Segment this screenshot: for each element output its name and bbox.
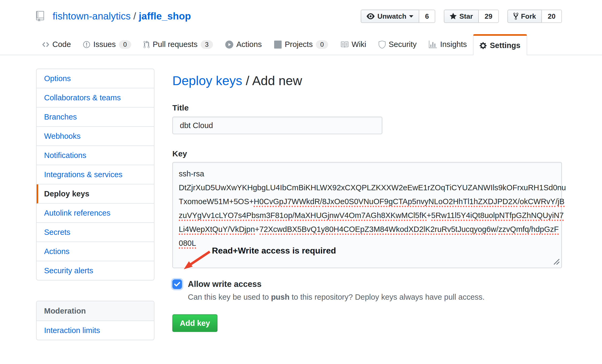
tab-security[interactable]: Security [372,34,423,55]
moderation-menu: Moderation Interaction limits [36,301,154,340]
repo-nav: CodeIssues0Pull requests3ActionsProjects… [0,34,602,55]
repo-breadcrumb: fishtown-analytics / jaffle_shop [36,11,191,22]
tab-settings[interactable]: Settings [473,34,527,55]
repo-breadcrumb-separator: / [133,11,136,22]
add-new-label: / Add new [242,74,302,88]
tab-actions[interactable]: Actions [219,34,268,55]
unwatch-button[interactable]: Unwatch [361,10,419,23]
title-label: Title [172,103,562,112]
tab-wiki[interactable]: Wiki [334,34,372,55]
ssh-key-line: ssh-rsa [179,167,556,181]
sidebar-item-interaction-limits[interactable]: Interaction limits [37,321,154,340]
sidebar-item-webhooks[interactable]: Webhooks [37,127,154,146]
shield-icon [379,41,386,49]
code-icon [42,41,49,49]
deploy-keys-link[interactable]: Deploy keys [172,74,242,88]
repo-name-link[interactable]: jaffle_shop [139,11,191,22]
ssh-key-line: zuVYgVv1cLYO7s4Pbsm3F81op/MaXHUGjnwV4Om7… [179,208,556,222]
annotation-text: Read+Write access is required [212,246,336,256]
repo-owner-link[interactable]: fishtown-analytics [53,11,131,22]
project-icon [274,41,282,49]
repo-action-buttons: Unwatch6Star29Fork20 [352,10,562,23]
eye-icon [367,12,375,20]
sidebar-item-integrations-services[interactable]: Integrations & services [37,165,154,184]
title-input[interactable] [172,117,382,134]
write-access-help: Can this key be used to push to this rep… [188,293,562,302]
key-label: Key [172,149,562,158]
sidebar-item-deploy-keys[interactable]: Deploy keys [37,184,154,204]
moderation-header: Moderation [37,301,154,321]
ssh-key-line: TxomoeW51M+5OS+H0CvGpJ7WWkdR/8JxOe0S0VNu… [179,195,556,208]
resize-grip-icon[interactable] [553,258,560,266]
ssh-key-line: Li4WepXtQuY/VkDjpn+72XcwdBX5BvQ1y80H4COE… [179,222,556,236]
sidebar-item-secrets[interactable]: Secrets [37,223,154,242]
counter-badge: 0 [119,40,131,49]
sidebar-item-branches[interactable]: Branches [37,108,154,127]
checkmark-icon [174,282,180,287]
fork-button[interactable]: Fork [507,10,542,23]
ssh-key-line: DtZjrXuD5UwXwYKHgbgLU4IbCmBiKHLWX92xCXQP… [179,181,556,195]
repo-book-icon [36,11,48,22]
pull-request-icon [143,41,150,49]
tab-pull-requests[interactable]: Pull requests3 [137,34,219,55]
play-icon [225,41,233,49]
unwatch-count[interactable]: 6 [419,10,435,23]
gear-icon [480,42,487,50]
fork-icon [513,12,518,20]
sidebar-item-notifications[interactable]: Notifications [37,146,154,165]
repo-book-icon [36,11,44,22]
issue-icon [83,41,90,49]
main-content: Deploy keys / Add new Title Key ssh-rsaD… [172,69,562,332]
add-key-button[interactable]: Add key [172,314,218,332]
sidebar-item-autolink-references[interactable]: Autolink references [37,204,154,223]
sidebar-item-actions[interactable]: Actions [37,242,154,261]
write-access-label[interactable]: Allow write access [188,279,262,289]
caret-down-icon [409,15,413,18]
fork-button-group: Fork20 [507,10,562,23]
write-access-checkbox[interactable] [172,279,182,289]
insights-icon [429,41,437,49]
tab-projects[interactable]: Projects0 [268,34,334,55]
sidebar-item-security-alerts[interactable]: Security alerts [37,261,154,280]
tab-code[interactable]: Code [36,34,77,55]
unwatch-button-group: Unwatch6 [361,10,435,23]
star-count[interactable]: 29 [479,10,499,23]
star-icon [450,12,457,20]
wiki-icon [340,41,348,49]
tab-issues[interactable]: Issues0 [77,34,137,55]
star-button-group: Star29 [444,10,499,23]
counter-badge: 3 [201,40,213,49]
star-button[interactable]: Star [444,10,479,23]
settings-sidebar: OptionsCollaborators & teamsBranchesWebh… [36,69,154,340]
settings-menu: OptionsCollaborators & teamsBranchesWebh… [36,69,154,280]
sidebar-item-collaborators-teams[interactable]: Collaborators & teams [37,88,154,108]
page-header: fishtown-analytics / jaffle_shop Unwatch… [0,0,602,23]
tab-insights[interactable]: Insights [423,34,473,55]
sidebar-item-options[interactable]: Options [37,69,154,88]
counter-badge: 0 [316,40,328,49]
fork-count[interactable]: 20 [542,10,562,23]
page-title: Deploy keys / Add new [172,73,562,88]
